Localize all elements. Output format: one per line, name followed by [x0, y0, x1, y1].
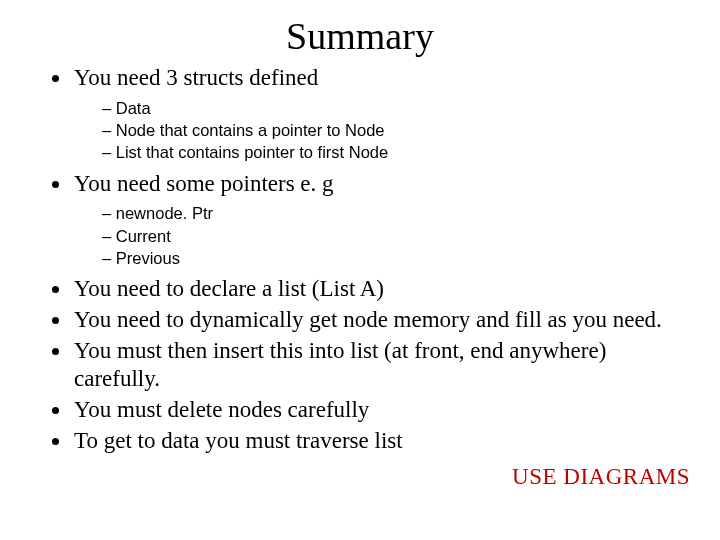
sub-item: newnode. Ptr	[102, 202, 690, 224]
sub-item: Previous	[102, 247, 690, 269]
sub-item: Node that contains a pointer to Node	[102, 119, 690, 141]
bullet-item: You must then insert this into list (at …	[72, 337, 720, 395]
sub-list: Data Node that contains a pointer to Nod…	[74, 97, 690, 164]
bullet-item: You must delete nodes carefully	[72, 396, 720, 425]
callout-text: USE DIAGRAMS	[512, 464, 690, 490]
sub-list: newnode. Ptr Current Previous	[74, 202, 690, 269]
bullet-item: To get to data you must traverse list	[72, 427, 720, 456]
slide-title: Summary	[0, 14, 720, 58]
sub-item: Current	[102, 225, 690, 247]
bullet-item: You need to declare a list (List A)	[72, 275, 720, 304]
bullet-text: You need some pointers e. g	[74, 171, 334, 196]
sub-item: Data	[102, 97, 690, 119]
bullet-item: You need to dynamically get node memory …	[72, 306, 720, 335]
bullet-item: You need some pointers e. g newnode. Ptr…	[72, 170, 720, 270]
bullet-text: You need 3 structs defined	[74, 65, 318, 90]
sub-item: List that contains pointer to first Node	[102, 141, 690, 163]
bullet-list: You need 3 structs defined Data Node tha…	[0, 64, 720, 456]
bullet-item: You need 3 structs defined Data Node tha…	[72, 64, 720, 164]
